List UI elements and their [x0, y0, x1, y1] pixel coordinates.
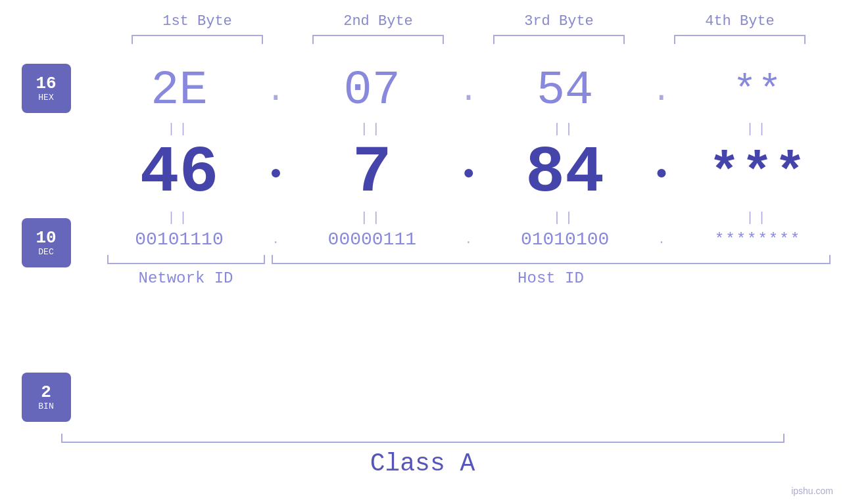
bracket-byte3 [493, 35, 625, 44]
host-id-label: Host ID [272, 269, 831, 287]
bottom-section: Network ID Host ID [107, 255, 831, 287]
bin-dot1: . [256, 233, 295, 246]
dec-byte3-value: 84 [525, 136, 604, 210]
byte-headers: 1st Byte 2nd Byte 3rd Byte 4th Byte [107, 13, 831, 30]
hex-byte4-value: ** [733, 68, 783, 113]
bin-b1: 00101110 [114, 229, 245, 250]
dec-dot1: ● [256, 162, 295, 185]
byte2-header: 2nd Byte [306, 13, 450, 30]
class-label: Class A [61, 449, 785, 478]
bin-byte1-value: 00101110 [135, 229, 223, 250]
sep2-b1: || [114, 210, 245, 225]
dec-b3: 84 [499, 141, 631, 206]
hex-b3: 54 [499, 64, 631, 118]
rows-wrapper: 16 HEX 10 DEC 2 BIN 2E . [0, 64, 845, 422]
hex-badge: 16 HEX [22, 64, 71, 113]
dec-b1: 46 [114, 141, 245, 206]
byte3-header: 3rd Byte [487, 13, 631, 30]
hex-badge-label: HEX [38, 93, 53, 103]
full-bottom-bracket [61, 434, 785, 443]
hex-byte2-value: 07 [344, 64, 400, 118]
hex-dot3: . [642, 72, 681, 110]
bracket-byte2 [312, 35, 444, 44]
main-container: 1st Byte 2nd Byte 3rd Byte 4th Byte 16 H… [0, 0, 845, 504]
dec-badge: 10 DEC [22, 218, 71, 267]
bin-badge-label: BIN [38, 401, 53, 411]
hex-dot2: . [448, 72, 488, 110]
bin-byte2-value: 00000111 [328, 229, 416, 250]
bottom-brackets [107, 255, 831, 264]
sep2-b2: || [306, 210, 438, 225]
bin-b2: 00000111 [306, 229, 438, 250]
sep-row-2: || || || || [107, 206, 831, 229]
dec-dot2: ● [448, 162, 488, 185]
sep2-b3: || [499, 210, 631, 225]
sep1-b3: || [499, 122, 631, 137]
bottom-labels: Network ID Host ID [107, 269, 831, 287]
dec-b2: 7 [306, 141, 438, 206]
hex-b4: ** [692, 68, 823, 113]
host-bracket [272, 255, 831, 264]
dec-b4: *** [692, 144, 823, 204]
dec-dot3: ● [642, 162, 681, 185]
bin-badge: 2 BIN [22, 373, 71, 422]
byte4-header: 4th Byte [667, 13, 812, 30]
sep1-b2: || [306, 122, 438, 137]
hex-b1: 2E [114, 64, 245, 118]
dec-badge-label: DEC [38, 247, 53, 257]
label-column: 16 HEX 10 DEC 2 BIN [0, 64, 92, 422]
dec-row: 46 ● 7 ● 84 ● *** [107, 141, 831, 206]
bin-b3: 01010100 [499, 229, 631, 250]
watermark: ipshu.com [791, 486, 833, 496]
dec-byte1-value: 46 [139, 136, 218, 210]
bin-b4: ******** [692, 231, 823, 248]
bin-byte4-value: ******** [715, 231, 801, 248]
sep1-b1: || [114, 122, 245, 137]
hex-dot1: . [256, 72, 295, 110]
bin-dot3: . [642, 233, 681, 246]
bin-row: 00101110 . 00000111 . 01010100 . [107, 229, 831, 250]
byte1-header: 1st Byte [125, 13, 270, 30]
bracket-byte1 [132, 35, 263, 44]
network-bracket [107, 255, 265, 264]
dec-badge-num: 10 [36, 229, 56, 248]
hex-badge-num: 16 [36, 74, 56, 93]
hex-byte1-value: 2E [151, 64, 207, 118]
hex-b2: 07 [306, 64, 438, 118]
network-id-label: Network ID [107, 269, 265, 287]
dec-byte2-value: 7 [352, 136, 392, 210]
bracket-byte4 [674, 35, 806, 44]
bin-byte3-value: 01010100 [521, 229, 609, 250]
bin-badge-num: 2 [41, 383, 51, 402]
bin-dot2: . [448, 233, 488, 246]
hex-row: 2E . 07 . 54 . ** [107, 64, 831, 118]
dec-byte4-value: *** [708, 144, 807, 204]
all-rows: 2E . 07 . 54 . ** [107, 64, 831, 422]
sep1-b4: || [692, 122, 823, 137]
sep2-b4: || [692, 210, 823, 225]
top-bracket-row [107, 35, 831, 44]
hex-byte3-value: 54 [537, 64, 593, 118]
